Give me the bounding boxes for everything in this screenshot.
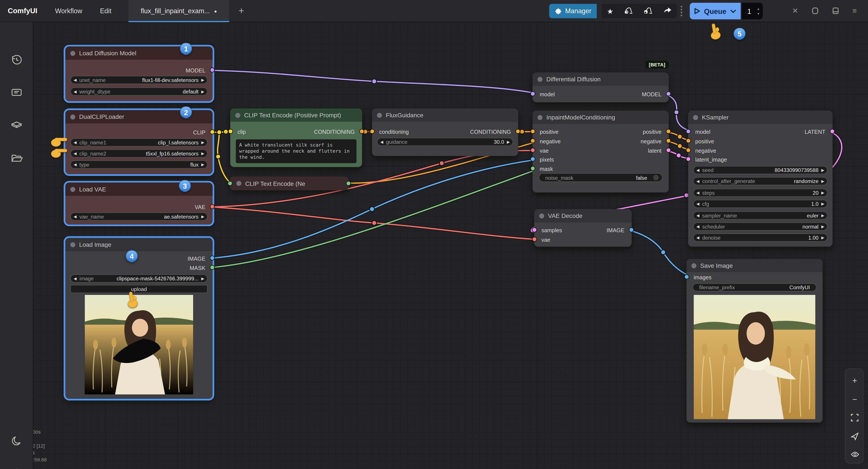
decrement-arrow-icon[interactable]: ◀ xyxy=(73,152,76,156)
output-pin-conditioning[interactable] xyxy=(359,129,364,134)
widget-scheduler[interactable]: ◀ scheduler normal ▶ xyxy=(693,223,828,231)
output-pin-conditioning[interactable] xyxy=(516,129,520,134)
share-button[interactable] xyxy=(663,6,672,16)
decrement-arrow-icon[interactable]: ◀ xyxy=(696,213,700,217)
decrement-arrow-icon[interactable]: ◀ xyxy=(696,191,700,195)
node-dual-clip-loader[interactable]: DualCLIPLoader CLIP ◀ clip_name1 clip_l.… xyxy=(65,110,213,174)
decrement-arrow-icon[interactable]: ◀ xyxy=(73,277,76,280)
node-vae-decode[interactable]: VAE Decode samples vae IMAGE xyxy=(534,209,632,246)
drag-handle[interactable] xyxy=(680,6,682,19)
widget-clip-name2[interactable]: ◀ clip_name2 t5xxl_fp16.safetensors ▶ xyxy=(70,149,208,158)
widget-vae-name[interactable]: ◀ vae_name ae.safetensors ▶ xyxy=(70,212,208,221)
decrement-arrow-icon[interactable]: ◀ xyxy=(696,202,700,206)
increment-arrow-icon[interactable]: ▶ xyxy=(202,215,205,219)
widget-steps[interactable]: ◀ steps 20 ▶ xyxy=(693,189,828,197)
input-pin-positive[interactable] xyxy=(686,138,691,143)
manager-button[interactable]: Manager xyxy=(549,4,597,18)
output-pin-image[interactable] xyxy=(210,256,215,261)
decrement-arrow-icon[interactable]: ◀ xyxy=(73,140,76,144)
decrement-arrow-icon[interactable]: ◀ xyxy=(73,90,76,94)
menu-edit[interactable]: Edit xyxy=(100,7,112,15)
theme-toggle-button[interactable] xyxy=(10,435,23,448)
decrement-arrow-icon[interactable]: ◀ xyxy=(73,78,76,82)
increment-arrow-icon[interactable]: ▶ xyxy=(822,225,825,229)
node-load-diffusion-model[interactable]: Load Diffusion Model MODEL ◀ unet_name f… xyxy=(65,46,213,101)
node-header[interactable]: VAE Decode xyxy=(534,209,632,222)
output-pin-negative[interactable] xyxy=(666,138,671,143)
node-ksampler[interactable]: KSampler model positive negative latent_… xyxy=(688,110,833,247)
clean-workflow-button[interactable] xyxy=(624,6,633,16)
increment-arrow-icon[interactable]: ▶ xyxy=(202,277,205,280)
input-pin-positive[interactable] xyxy=(530,129,535,134)
widget-noise-mask[interactable]: noise_mask false xyxy=(538,173,662,182)
decrement-arrow-icon[interactable]: ◀ xyxy=(696,168,700,172)
output-pin-vae[interactable] xyxy=(210,204,215,209)
node-header[interactable]: KSampler xyxy=(688,110,833,124)
input-pin-vae[interactable] xyxy=(532,237,537,242)
queue-history-tab[interactable] xyxy=(10,53,23,66)
widget-weight-dtype[interactable]: ◀ weight_dtype default ▶ xyxy=(70,88,208,96)
input-pin-conditioning[interactable] xyxy=(370,129,375,134)
node-header[interactable]: InpaintModelConditioning xyxy=(532,110,669,124)
output-pin-mask[interactable] xyxy=(210,265,215,270)
increment-arrow-icon[interactable]: ▶ xyxy=(822,236,825,240)
queue-button[interactable]: Queue xyxy=(690,3,741,20)
increment-arrow-icon[interactable]: ▶ xyxy=(202,152,205,156)
select-mode-button[interactable] xyxy=(845,430,864,443)
output-pin-model[interactable] xyxy=(210,67,215,72)
batch-increment-icon[interactable]: ▲ xyxy=(757,7,760,10)
widget-sampler-name[interactable]: ◀ sampler_name euler ▶ xyxy=(693,211,828,219)
input-pin-samples[interactable] xyxy=(532,227,537,232)
widget-type[interactable]: ◀ type flux ▶ xyxy=(70,161,208,169)
node-load-image[interactable]: Load Image IMAGE MASK ◀ image clipspace-… xyxy=(65,238,213,399)
input-pin-clip[interactable] xyxy=(228,129,233,134)
fit-view-button[interactable] xyxy=(845,411,864,424)
input-pin-latent-image[interactable] xyxy=(686,157,691,162)
batch-count-stepper[interactable]: 1 ▲ ▼ xyxy=(742,3,763,20)
collapsed-input-pin[interactable] xyxy=(227,181,232,186)
node-header[interactable]: CLIP Text Encode (Positive Prompt) xyxy=(230,108,362,122)
menu-workflow[interactable]: Workflow xyxy=(55,7,82,15)
input-pin-negative[interactable] xyxy=(686,148,691,153)
decrement-arrow-icon[interactable]: ◀ xyxy=(696,179,700,183)
zoom-out-button[interactable]: − xyxy=(845,392,864,405)
input-pin-pixels[interactable] xyxy=(530,157,535,162)
decrement-arrow-icon[interactable]: ◀ xyxy=(696,225,700,229)
bookmark-star-button[interactable]: ★ xyxy=(607,7,614,14)
node-differential-diffusion[interactable]: Differential Diffusion model MODEL xyxy=(532,72,669,102)
increment-arrow-icon[interactable]: ▶ xyxy=(202,140,205,144)
decrement-arrow-icon[interactable]: ◀ xyxy=(380,140,383,144)
settings-button[interactable] xyxy=(10,467,23,469)
toggle-knob[interactable] xyxy=(653,175,659,180)
node-clip-text-encode-negative-collapsed[interactable]: CLIP Text Encode (Ne xyxy=(230,176,349,190)
increment-arrow-icon[interactable]: ▶ xyxy=(202,90,205,94)
widget-seed[interactable]: ◀ seed 804330990739588 ▶ xyxy=(693,166,828,174)
input-pin-vae[interactable] xyxy=(530,148,535,153)
node-clip-text-encode-positive[interactable]: CLIP Text Encode (Positive Prompt) clip … xyxy=(230,108,362,167)
widget-control-after-generate[interactable]: ◀ control_after_generate randomize ▶ xyxy=(693,177,828,186)
widget-cfg[interactable]: ◀ cfg 1.0 ▶ xyxy=(693,200,828,208)
workflow-tab[interactable]: flux_fill_inpaint_exam... ● xyxy=(128,0,229,22)
prompt-textarea[interactable]: A white translucent silk scarf is wrappe… xyxy=(236,139,356,163)
increment-arrow-icon[interactable]: ▶ xyxy=(202,78,205,82)
input-pin-model[interactable] xyxy=(530,91,535,96)
node-header[interactable]: FluxGuidance xyxy=(372,108,518,122)
node-load-vae[interactable]: Load VAE VAE ◀ vae_name ae.safetensors ▶ xyxy=(65,182,213,225)
output-pin-image[interactable] xyxy=(629,227,634,232)
input-pin-negative[interactable] xyxy=(530,138,535,143)
input-pin-model[interactable] xyxy=(686,129,691,134)
input-pin-images[interactable] xyxy=(684,274,689,279)
clean-workflow-alt-button[interactable] xyxy=(643,6,653,16)
collapsed-output-pin[interactable] xyxy=(346,181,351,186)
new-workflow-button[interactable]: + xyxy=(235,4,248,18)
widget-unet-name[interactable]: ◀ unet_name flux1-fill-dev.safetensors ▶ xyxy=(70,76,208,84)
decrement-arrow-icon[interactable]: ◀ xyxy=(73,215,76,219)
output-pin-latent[interactable] xyxy=(666,148,671,153)
workflows-tab[interactable] xyxy=(10,152,23,165)
increment-arrow-icon[interactable]: ▶ xyxy=(822,213,825,217)
main-menu-button[interactable]: ≡ xyxy=(852,7,857,15)
zoom-in-button[interactable]: + xyxy=(845,373,864,387)
increment-arrow-icon[interactable]: ▶ xyxy=(507,140,510,144)
queue-panel-button[interactable] xyxy=(832,7,839,16)
node-header[interactable]: Load Image xyxy=(65,238,213,251)
